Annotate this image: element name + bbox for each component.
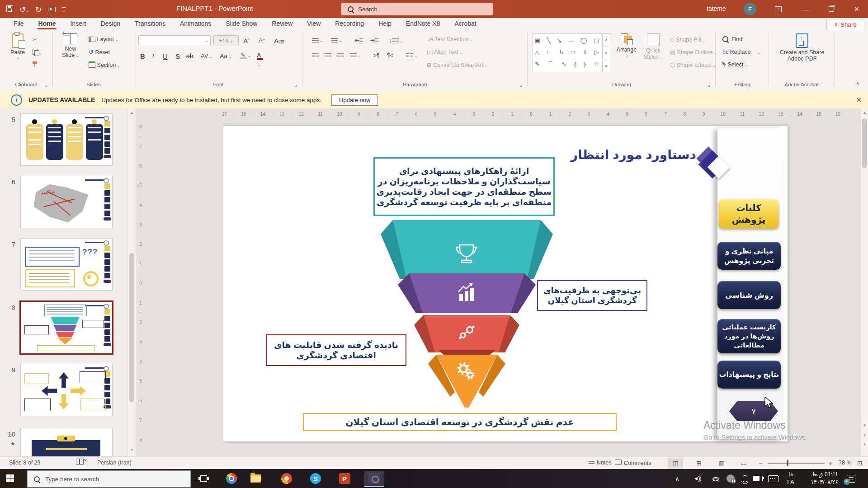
main-scrollbar[interactable]: ▲ ▼ ↟ ↡	[860, 108, 868, 456]
update-now-button[interactable]: Update now	[331, 94, 378, 106]
align-left-button[interactable]	[312, 52, 319, 59]
bold-button[interactable]: B	[140, 52, 145, 60]
shrink-font-button[interactable]: A⌄	[259, 37, 265, 44]
file-explorer-icon[interactable]	[250, 472, 262, 485]
paste-button[interactable]: Paste⌄	[7, 33, 28, 60]
qat-customize-button[interactable]: ⌄	[62, 7, 66, 13]
tab-animations[interactable]: Animations	[178, 18, 213, 28]
chrome-icon[interactable]	[225, 472, 238, 485]
comments-button[interactable]: Comments	[615, 460, 651, 466]
zoom-in-button[interactable]: +	[828, 460, 832, 467]
tab-design[interactable]: Design	[99, 18, 122, 28]
find-button[interactable]: Find	[722, 36, 742, 42]
decrease-indent-button[interactable]: ⇤	[354, 37, 363, 44]
tab-review[interactable]: Review	[270, 18, 294, 28]
normal-view-button[interactable]: ◫	[668, 458, 683, 469]
tab-file[interactable]: File	[12, 18, 26, 28]
redo-button[interactable]: ↻	[35, 5, 42, 14]
section-button[interactable]: Section⌄	[89, 61, 120, 68]
align-center-button[interactable]	[325, 52, 331, 59]
undo-button[interactable]: ↺⌄	[19, 5, 29, 14]
layout-button[interactable]: Layout⌄	[89, 36, 118, 42]
tab-help[interactable]: Help	[377, 18, 393, 28]
language-indicator[interactable]: Persian (Iran)	[97, 460, 132, 466]
tab-slide-show[interactable]: Slide Show	[224, 18, 259, 28]
shape-glyph[interactable]: ╲	[547, 37, 551, 44]
search-box[interactable]: Search	[341, 3, 493, 15]
shape-glyph[interactable]: ⌒	[547, 61, 553, 69]
justify-button[interactable]: ⌄	[350, 52, 361, 59]
spell-check-icon[interactable]: ✕	[76, 459, 87, 466]
notes-button[interactable]: Notes	[589, 460, 612, 466]
nav-button-results[interactable]: نتایج و پیشنهادات	[717, 361, 781, 389]
shape-glyph[interactable]: {	[574, 61, 576, 69]
volume-icon[interactable]: ◄))	[691, 472, 703, 485]
change-case-button[interactable]: Aa⌄	[220, 52, 232, 60]
new-slide-button[interactable]: + New Slide⌄	[58, 33, 83, 58]
nav-button-theory[interactable]: مبانی نظری وتجربی پژوهش	[717, 242, 781, 270]
text-highlight-button[interactable]: ✎⌄	[241, 52, 251, 59]
shapes-gallery-scroll[interactable]: ∧∨≡	[602, 33, 610, 72]
zoom-out-button[interactable]: −	[759, 460, 763, 467]
shape-glyph[interactable]: △	[535, 49, 539, 56]
ltr-direction-button[interactable]: ¶<	[387, 52, 393, 59]
tab-home[interactable]: Home	[37, 18, 58, 28]
left-label-box[interactable]: نادیده گرفته شدن قابلیت های اقتصادی گردش…	[266, 334, 406, 366]
shape-glyph[interactable]: ⇩	[583, 49, 588, 56]
slide-thumbnail-7[interactable]: ???	[21, 239, 112, 290]
nav-button-application[interactable]: کاربست عملیاتیروش‌ها در موردمطالعاتی	[717, 319, 781, 353]
slide-sorter-view-button[interactable]: ⊞	[691, 458, 707, 469]
taskbar-search[interactable]: Type here to search	[27, 470, 191, 488]
select-button[interactable]: Select⌄	[722, 61, 748, 68]
tab-insert[interactable]: Insert	[68, 18, 88, 28]
grow-font-button[interactable]: A^	[243, 37, 250, 45]
thumbnail-scrollbar[interactable]: ▲ ▼	[127, 108, 136, 456]
shape-glyph[interactable]: ⇨	[571, 49, 576, 56]
slide-thumbnail-5[interactable]	[21, 114, 112, 165]
minimize-button[interactable]: —	[796, 0, 816, 18]
reset-button[interactable]: ↺ Reset	[89, 49, 110, 56]
italic-button[interactable]: I	[152, 52, 154, 60]
rtl-direction-button[interactable]: >¶	[373, 52, 379, 59]
vertical-ruler[interactable]: 8·7·6·5·4·3·2·1·0·1·2·3·4·5·6·7·8	[136, 122, 146, 445]
wifi-icon[interactable]: (((	[710, 472, 722, 485]
slide-counter[interactable]: Slide 8 of 29	[9, 460, 41, 466]
shape-glyph[interactable]: ▣	[535, 37, 540, 44]
action-center-icon[interactable]: F	[844, 472, 857, 485]
slide-thumbnail-6[interactable]: پراکنده	[21, 176, 112, 228]
shape-glyph[interactable]: ▢	[594, 37, 599, 44]
align-right-button[interactable]	[337, 52, 344, 59]
top-text-box[interactable]: ارائهٔ راهکارهای پیشنهادی برای سیاست‌گذا…	[373, 157, 555, 216]
format-painter-button[interactable]	[33, 61, 37, 68]
line-spacing-button[interactable]: ↕⌄	[389, 37, 403, 44]
shape-glyph[interactable]: ∿	[561, 61, 566, 69]
shape-glyph[interactable]: ▷	[594, 49, 599, 56]
character-spacing-button[interactable]: AV⌄	[201, 52, 212, 59]
shape-glyph[interactable]: }	[584, 61, 586, 69]
tab-endnote-x8[interactable]: EndNote X8	[404, 18, 442, 28]
increase-indent-button[interactable]: ⇥	[370, 37, 378, 44]
account-avatar[interactable]: F	[744, 3, 756, 15]
clipboard-dialog-launcher[interactable]: ⌟	[45, 82, 47, 88]
fit-slide-button[interactable]: ⊡	[857, 460, 863, 467]
create-pdf-button[interactable]: ↑ Create and ShareAdobe PDF	[771, 33, 833, 62]
start-slideshow-icon[interactable]	[48, 6, 56, 14]
shape-glyph[interactable]: ◯	[580, 37, 587, 44]
touch-keyboard-icon[interactable]	[767, 472, 779, 485]
shape-glyph[interactable]: ∟	[546, 49, 552, 56]
reading-view-button[interactable]: ▥	[714, 458, 729, 469]
right-label-box[interactable]: بی‌توجهی به ظرفیت‌های گردشگری استان گیلا…	[537, 280, 647, 311]
clear-formatting-button[interactable]: A⌫	[274, 37, 284, 45]
numbering-button[interactable]: ⌄	[331, 37, 342, 43]
bottom-bar[interactable]: عدم نقش گردشگری در توسعه اقتصادی استان گ…	[303, 413, 617, 431]
underline-button[interactable]: U	[163, 52, 168, 60]
shape-glyph[interactable]: ↳	[559, 49, 564, 56]
clock[interactable]: 01:11 ق.ظ ۱۴۰۳/۰۸/۲۶	[799, 471, 838, 486]
collapse-ribbon-icon[interactable]: ∧	[856, 80, 859, 86]
nav-button-methodology[interactable]: روش شناسی	[717, 281, 781, 309]
funnel-layer3[interactable]	[424, 315, 510, 352]
account-name[interactable]: fateme	[707, 5, 726, 12]
microphone-icon[interactable]	[739, 472, 751, 485]
screen-recorder-active-app[interactable]	[364, 471, 384, 487]
slide-thumbnail-10[interactable]	[21, 428, 112, 456]
